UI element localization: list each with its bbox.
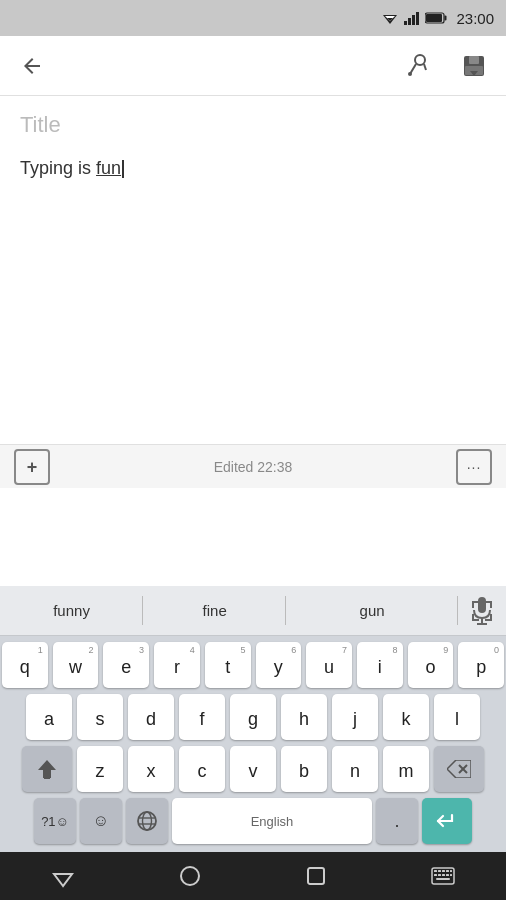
key-y[interactable]: 6y <box>256 642 302 688</box>
emoji-button[interactable]: ☺ <box>80 798 122 844</box>
nav-recents-button[interactable] <box>292 852 340 900</box>
svg-rect-3 <box>404 21 407 25</box>
svg-rect-8 <box>445 16 447 21</box>
signal-icon <box>404 11 420 25</box>
space-button[interactable]: English <box>172 798 372 844</box>
add-button[interactable]: + <box>14 449 50 485</box>
key-v[interactable]: v <box>230 746 276 792</box>
toolbar-right <box>398 46 494 86</box>
status-icons: 23:00 <box>381 10 494 27</box>
key-j[interactable]: j <box>332 694 378 740</box>
stylus-button[interactable] <box>398 46 438 86</box>
globe-button[interactable] <box>126 798 168 844</box>
nav-recents-icon <box>306 866 326 886</box>
emoji-icon: ☺ <box>93 813 109 829</box>
status-bar: 23:00 <box>0 0 506 36</box>
svg-rect-32 <box>308 868 324 884</box>
enter-button[interactable] <box>422 798 472 844</box>
key-a[interactable]: a <box>26 694 72 740</box>
nav-keyboard-button[interactable] <box>419 852 467 900</box>
svg-marker-30 <box>54 874 72 886</box>
globe-icon <box>136 810 158 832</box>
suggestion-funny[interactable]: funny <box>0 586 143 635</box>
key-f[interactable]: f <box>179 694 225 740</box>
key-g[interactable]: g <box>230 694 276 740</box>
key-k[interactable]: k <box>383 694 429 740</box>
key-row-3: z x c v b n m <box>2 746 504 792</box>
more-icon: ··· <box>467 459 482 475</box>
save-button[interactable] <box>454 46 494 86</box>
svg-rect-34 <box>434 870 437 872</box>
key-s[interactable]: s <box>77 694 123 740</box>
stylus-icon <box>404 52 432 80</box>
key-l[interactable]: l <box>434 694 480 740</box>
svg-rect-36 <box>442 870 445 872</box>
note-body-text-before: Typing is <box>20 158 96 178</box>
key-m[interactable]: m <box>383 746 429 792</box>
key-q[interactable]: 1q <box>2 642 48 688</box>
key-z[interactable]: z <box>77 746 123 792</box>
numbers-label: ?1☺ <box>41 815 69 828</box>
text-cursor <box>122 160 124 178</box>
save-icon <box>460 52 488 80</box>
key-b[interactable]: b <box>281 746 327 792</box>
nav-home-button[interactable] <box>166 852 214 900</box>
key-p[interactable]: 0p <box>458 642 504 688</box>
key-d[interactable]: d <box>128 694 174 740</box>
svg-line-13 <box>424 64 426 70</box>
key-o[interactable]: 9o <box>408 642 454 688</box>
key-t[interactable]: 5t <box>205 642 251 688</box>
content-area[interactable]: Title Typing is fun <box>0 96 506 444</box>
keyboard: funny fine gun 1 <box>0 586 506 852</box>
svg-rect-22 <box>44 776 50 779</box>
key-r[interactable]: 4r <box>154 642 200 688</box>
svg-rect-4 <box>408 18 411 25</box>
svg-point-10 <box>415 55 425 65</box>
key-w[interactable]: 2w <box>53 642 99 688</box>
expand-button[interactable] <box>458 586 506 636</box>
svg-point-26 <box>138 812 156 830</box>
key-u[interactable]: 7u <box>306 642 352 688</box>
svg-rect-40 <box>438 874 441 876</box>
status-time: 23:00 <box>456 10 494 27</box>
space-label: English <box>251 814 294 829</box>
nav-home-icon <box>178 864 202 888</box>
toolbar-left <box>12 46 52 86</box>
backspace-icon <box>447 760 471 778</box>
key-n[interactable]: n <box>332 746 378 792</box>
wifi-icon <box>381 11 399 25</box>
enter-icon <box>434 811 460 831</box>
key-rows: 1q 2w 3e 4r 5t 6y 7u 8i 9o 0p a s d f g … <box>0 636 506 852</box>
add-icon: + <box>27 458 38 476</box>
nav-back-icon <box>51 864 75 888</box>
key-row-2: a s d f g h j k l <box>2 694 504 740</box>
expand-icon <box>471 600 493 622</box>
key-x[interactable]: x <box>128 746 174 792</box>
key-e[interactable]: 3e <box>103 642 149 688</box>
backspace-button[interactable] <box>434 746 484 792</box>
numbers-button[interactable]: ?1☺ <box>34 798 76 844</box>
svg-point-12 <box>408 72 412 76</box>
suggestion-gun[interactable]: gun <box>286 586 458 635</box>
svg-rect-37 <box>446 870 449 872</box>
nav-bar <box>0 852 506 900</box>
suggestion-fine[interactable]: fine <box>143 586 286 635</box>
svg-rect-41 <box>442 874 445 876</box>
nav-back-button[interactable] <box>39 852 87 900</box>
more-button[interactable]: ··· <box>456 449 492 485</box>
svg-rect-6 <box>416 12 419 25</box>
svg-marker-23 <box>447 760 471 778</box>
battery-icon <box>425 12 447 24</box>
svg-point-31 <box>181 867 199 885</box>
back-button[interactable] <box>12 46 52 86</box>
note-body[interactable]: Typing is fun <box>20 158 486 179</box>
svg-rect-39 <box>434 874 437 876</box>
period-button[interactable]: . <box>376 798 418 844</box>
suggestion-gun-label: gun <box>360 602 385 619</box>
note-body-text-underline: fun <box>96 158 121 178</box>
key-c[interactable]: c <box>179 746 225 792</box>
key-i[interactable]: 8i <box>357 642 403 688</box>
toolbar <box>0 36 506 96</box>
key-h[interactable]: h <box>281 694 327 740</box>
shift-button[interactable] <box>22 746 72 792</box>
